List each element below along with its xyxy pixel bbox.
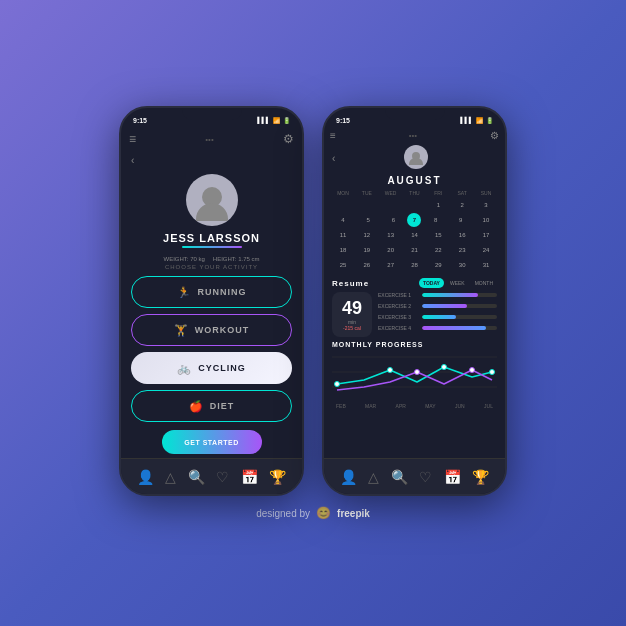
cal-day-22[interactable]: 22 [427,243,449,257]
get-started-btn[interactable]: GET STARTED [162,430,262,454]
phone1: 9:15 ▌▌▌ 📶 🔋 ≡ ••• ⚙ ‹ [119,106,304,496]
settings2-icon[interactable]: ⚙ [490,130,499,141]
cal-day-12[interactable]: 12 [356,228,378,242]
prog-bar-fill-3 [422,315,456,319]
more-icon[interactable]: ••• [205,135,213,144]
month-label: AUGUST [332,175,497,186]
phone2-subheader: ‹ [324,143,505,175]
cal-day-4[interactable]: 4 [332,213,354,227]
cal-day-27[interactable]: 27 [380,258,402,272]
tab-week[interactable]: WEEK [446,278,469,288]
back-arrow[interactable]: ‹ [121,150,302,170]
nav2-search-icon[interactable]: 🔍 [391,469,408,485]
diet-btn[interactable]: 🍎 DIET [131,390,292,422]
menu-icon[interactable]: ≡ [129,132,136,146]
month-jul: JUL [484,403,493,409]
settings-icon[interactable]: ⚙ [283,132,294,146]
cal-week1: 1 2 3 [332,198,497,212]
workout-btn[interactable]: 🏋 WORKOUT [131,314,292,346]
cal-day-1[interactable]: 1 [427,198,449,212]
cal-day-11[interactable]: 11 [332,228,354,242]
cal-day-20[interactable]: 20 [380,243,402,257]
cal-day-19[interactable]: 19 [356,243,378,257]
cal-day-23[interactable]: 23 [451,243,473,257]
designed-by-footer: designed by 😊 freepik [256,506,370,520]
nav-activity-icon[interactable]: △ [165,469,176,485]
tab-today[interactable]: TODAY [419,278,444,288]
cal-day-31[interactable]: 31 [475,258,497,272]
stats-number-box: 49 min -215 cal [332,292,372,337]
nav-heart-icon[interactable]: ♡ [216,469,229,485]
running-label: RUNNING [198,287,247,297]
cal-day-7-today[interactable]: 7 [407,213,421,227]
avatar [186,174,238,226]
workout-icon: 🏋 [174,324,189,337]
progress-bars: EXCERCISE 1 EXCERCISE 2 EX [378,292,497,336]
calendar-header: MON TUE WED THU FRI SAT SUN [332,190,497,196]
stats-value: 49 [340,298,364,319]
cal-day-18[interactable]: 18 [332,243,354,257]
menu2-icon[interactable]: ≡ [330,130,336,141]
cal-day-29[interactable]: 29 [427,258,449,272]
cycling-btn[interactable]: 🚲 CYCLING [131,352,292,384]
cal-week2: 4 5 6 7 8 9 10 [332,213,497,227]
cal-day-24[interactable]: 24 [475,243,497,257]
nav2-heart-icon[interactable]: ♡ [419,469,432,485]
nav-search-icon[interactable]: 🔍 [188,469,205,485]
nav-trophy-icon[interactable]: 🏆 [269,469,286,485]
cal-day-3[interactable]: 3 [475,198,497,212]
prog-bar-bg-4 [422,326,497,330]
back2-icon[interactable]: ‹ [332,153,335,164]
cal-day-25[interactable]: 25 [332,258,354,272]
nav-calendar-icon[interactable]: 📅 [241,469,258,485]
name-underline [182,246,242,248]
choose-activity-label: CHOOSE YOUR ACTIVITY [131,264,292,270]
cal-day-10[interactable]: 10 [475,213,497,227]
day-fri: FRI [427,190,449,196]
avatar2-body [409,158,423,165]
cal-day-28[interactable]: 28 [403,258,425,272]
phone2-status-icons: ▌▌▌ 📶 🔋 [460,117,493,124]
cal-day-9[interactable]: 9 [450,213,472,227]
cal-day-15[interactable]: 15 [427,228,449,242]
tab-month[interactable]: MONTH [471,278,497,288]
cal-day-13[interactable]: 13 [380,228,402,242]
cal-day-26[interactable]: 26 [356,258,378,272]
user-name: JESS LARSSON [131,232,292,244]
cal-day-14[interactable]: 14 [403,228,425,242]
diet-icon: 🍎 [189,400,204,413]
cal-week4: 18 19 20 21 22 23 24 [332,243,497,257]
designed-by-text: designed by [256,508,310,519]
chart-container: FEB MAR APR MAY JUN JUL [332,352,497,397]
stats-cal: -215 cal [340,325,364,331]
day-thu: THU [403,190,425,196]
cal-day-16[interactable]: 16 [451,228,473,242]
monthly-progress-section: MONTHLY PROGRESS [332,341,497,397]
nav2-activity-icon[interactable]: △ [368,469,379,485]
cal-day-6[interactable]: 6 [382,213,404,227]
nav2-profile-icon[interactable]: 👤 [340,469,357,485]
phone1-main: JESS LARSSON WEIGHT: 70 kg HEIGHT: 1.75 … [121,232,302,454]
nav2-trophy-icon[interactable]: 🏆 [472,469,489,485]
cal-day-8[interactable]: 8 [425,213,447,227]
cal-week3: 11 12 13 14 15 16 17 [332,228,497,242]
cal-day-2[interactable]: 2 [451,198,473,212]
nav-profile-icon[interactable]: 👤 [137,469,154,485]
cal-empty [356,198,378,212]
cal-empty [380,198,402,212]
resume-label: Resume [332,279,369,288]
prog-bar-fill-1 [422,293,478,297]
cal-day-17[interactable]: 17 [475,228,497,242]
cal-day-30[interactable]: 30 [451,258,473,272]
running-btn[interactable]: 🏃 RUNNING [131,276,292,308]
battery2-icon: 🔋 [486,117,493,124]
more2-icon[interactable]: ••• [409,131,417,140]
cal-day-21[interactable]: 21 [403,243,425,257]
nav2-calendar-icon[interactable]: 📅 [444,469,461,485]
freepik-label: freepik [337,508,370,519]
prog-label-1: EXCERCISE 1 [378,292,418,298]
prog-bar-bg-3 [422,315,497,319]
progress-chart [332,352,497,397]
user-stats: WEIGHT: 70 kg HEIGHT: 1.75 cm [131,256,292,262]
cal-day-5[interactable]: 5 [357,213,379,227]
